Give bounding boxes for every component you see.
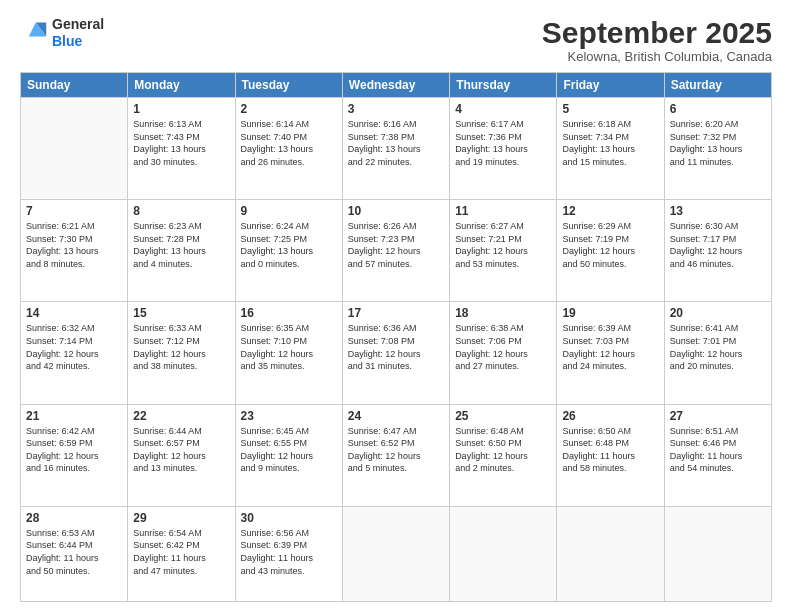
day-number: 18 (455, 306, 551, 320)
day-number: 12 (562, 204, 658, 218)
calendar-cell: 16Sunrise: 6:35 AM Sunset: 7:10 PM Dayli… (235, 302, 342, 404)
day-header-tuesday: Tuesday (235, 73, 342, 98)
calendar-cell: 25Sunrise: 6:48 AM Sunset: 6:50 PM Dayli… (450, 404, 557, 506)
calendar-cell: 15Sunrise: 6:33 AM Sunset: 7:12 PM Dayli… (128, 302, 235, 404)
day-info: Sunrise: 6:53 AM Sunset: 6:44 PM Dayligh… (26, 527, 122, 577)
day-number: 5 (562, 102, 658, 116)
day-info: Sunrise: 6:38 AM Sunset: 7:06 PM Dayligh… (455, 322, 551, 372)
title-section: September 2025 Kelowna, British Columbia… (542, 16, 772, 64)
day-header-thursday: Thursday (450, 73, 557, 98)
day-info: Sunrise: 6:30 AM Sunset: 7:17 PM Dayligh… (670, 220, 766, 270)
calendar-cell (557, 506, 664, 601)
day-header-friday: Friday (557, 73, 664, 98)
week-row-4: 21Sunrise: 6:42 AM Sunset: 6:59 PM Dayli… (21, 404, 772, 506)
day-info: Sunrise: 6:39 AM Sunset: 7:03 PM Dayligh… (562, 322, 658, 372)
day-info: Sunrise: 6:17 AM Sunset: 7:36 PM Dayligh… (455, 118, 551, 168)
calendar-cell (342, 506, 449, 601)
day-number: 1 (133, 102, 229, 116)
day-info: Sunrise: 6:36 AM Sunset: 7:08 PM Dayligh… (348, 322, 444, 372)
calendar-cell: 6Sunrise: 6:20 AM Sunset: 7:32 PM Daylig… (664, 98, 771, 200)
day-number: 24 (348, 409, 444, 423)
calendar-cell: 17Sunrise: 6:36 AM Sunset: 7:08 PM Dayli… (342, 302, 449, 404)
calendar-cell: 19Sunrise: 6:39 AM Sunset: 7:03 PM Dayli… (557, 302, 664, 404)
calendar-cell: 5Sunrise: 6:18 AM Sunset: 7:34 PM Daylig… (557, 98, 664, 200)
day-number: 17 (348, 306, 444, 320)
day-info: Sunrise: 6:24 AM Sunset: 7:25 PM Dayligh… (241, 220, 337, 270)
calendar-cell: 24Sunrise: 6:47 AM Sunset: 6:52 PM Dayli… (342, 404, 449, 506)
day-number: 27 (670, 409, 766, 423)
calendar-cell: 23Sunrise: 6:45 AM Sunset: 6:55 PM Dayli… (235, 404, 342, 506)
day-info: Sunrise: 6:35 AM Sunset: 7:10 PM Dayligh… (241, 322, 337, 372)
day-number: 23 (241, 409, 337, 423)
day-info: Sunrise: 6:14 AM Sunset: 7:40 PM Dayligh… (241, 118, 337, 168)
day-number: 28 (26, 511, 122, 525)
day-header-sunday: Sunday (21, 73, 128, 98)
calendar-cell: 22Sunrise: 6:44 AM Sunset: 6:57 PM Dayli… (128, 404, 235, 506)
day-info: Sunrise: 6:48 AM Sunset: 6:50 PM Dayligh… (455, 425, 551, 475)
day-info: Sunrise: 6:20 AM Sunset: 7:32 PM Dayligh… (670, 118, 766, 168)
day-number: 21 (26, 409, 122, 423)
day-number: 26 (562, 409, 658, 423)
calendar-cell: 29Sunrise: 6:54 AM Sunset: 6:42 PM Dayli… (128, 506, 235, 601)
day-info: Sunrise: 6:32 AM Sunset: 7:14 PM Dayligh… (26, 322, 122, 372)
day-number: 25 (455, 409, 551, 423)
calendar-cell: 2Sunrise: 6:14 AM Sunset: 7:40 PM Daylig… (235, 98, 342, 200)
calendar-cell: 20Sunrise: 6:41 AM Sunset: 7:01 PM Dayli… (664, 302, 771, 404)
week-row-2: 7Sunrise: 6:21 AM Sunset: 7:30 PM Daylig… (21, 200, 772, 302)
calendar-cell: 21Sunrise: 6:42 AM Sunset: 6:59 PM Dayli… (21, 404, 128, 506)
calendar-cell: 13Sunrise: 6:30 AM Sunset: 7:17 PM Dayli… (664, 200, 771, 302)
calendar-cell (21, 98, 128, 200)
calendar-cell: 28Sunrise: 6:53 AM Sunset: 6:44 PM Dayli… (21, 506, 128, 601)
day-number: 30 (241, 511, 337, 525)
calendar-cell: 30Sunrise: 6:56 AM Sunset: 6:39 PM Dayli… (235, 506, 342, 601)
day-info: Sunrise: 6:51 AM Sunset: 6:46 PM Dayligh… (670, 425, 766, 475)
calendar-cell: 14Sunrise: 6:32 AM Sunset: 7:14 PM Dayli… (21, 302, 128, 404)
day-info: Sunrise: 6:26 AM Sunset: 7:23 PM Dayligh… (348, 220, 444, 270)
calendar-cell (450, 506, 557, 601)
calendar-cell: 7Sunrise: 6:21 AM Sunset: 7:30 PM Daylig… (21, 200, 128, 302)
week-row-3: 14Sunrise: 6:32 AM Sunset: 7:14 PM Dayli… (21, 302, 772, 404)
logo-text: General Blue (52, 16, 104, 50)
calendar-cell: 26Sunrise: 6:50 AM Sunset: 6:48 PM Dayli… (557, 404, 664, 506)
day-info: Sunrise: 6:13 AM Sunset: 7:43 PM Dayligh… (133, 118, 229, 168)
header: General Blue September 2025 Kelowna, Bri… (20, 16, 772, 64)
calendar-cell: 18Sunrise: 6:38 AM Sunset: 7:06 PM Dayli… (450, 302, 557, 404)
day-header-monday: Monday (128, 73, 235, 98)
day-info: Sunrise: 6:42 AM Sunset: 6:59 PM Dayligh… (26, 425, 122, 475)
logo-blue: Blue (52, 33, 104, 50)
day-number: 13 (670, 204, 766, 218)
day-header-saturday: Saturday (664, 73, 771, 98)
calendar-cell (664, 506, 771, 601)
calendar-cell: 10Sunrise: 6:26 AM Sunset: 7:23 PM Dayli… (342, 200, 449, 302)
calendar-cell: 1Sunrise: 6:13 AM Sunset: 7:43 PM Daylig… (128, 98, 235, 200)
day-number: 20 (670, 306, 766, 320)
calendar-cell: 8Sunrise: 6:23 AM Sunset: 7:28 PM Daylig… (128, 200, 235, 302)
header-row: SundayMondayTuesdayWednesdayThursdayFrid… (21, 73, 772, 98)
day-info: Sunrise: 6:54 AM Sunset: 6:42 PM Dayligh… (133, 527, 229, 577)
page: General Blue September 2025 Kelowna, Bri… (0, 0, 792, 612)
day-info: Sunrise: 6:27 AM Sunset: 7:21 PM Dayligh… (455, 220, 551, 270)
calendar-cell: 27Sunrise: 6:51 AM Sunset: 6:46 PM Dayli… (664, 404, 771, 506)
location: Kelowna, British Columbia, Canada (542, 49, 772, 64)
day-number: 15 (133, 306, 229, 320)
day-number: 3 (348, 102, 444, 116)
day-number: 22 (133, 409, 229, 423)
day-number: 4 (455, 102, 551, 116)
day-header-wednesday: Wednesday (342, 73, 449, 98)
logo-icon (20, 19, 48, 47)
calendar-cell: 9Sunrise: 6:24 AM Sunset: 7:25 PM Daylig… (235, 200, 342, 302)
day-info: Sunrise: 6:41 AM Sunset: 7:01 PM Dayligh… (670, 322, 766, 372)
day-info: Sunrise: 6:16 AM Sunset: 7:38 PM Dayligh… (348, 118, 444, 168)
calendar-cell: 12Sunrise: 6:29 AM Sunset: 7:19 PM Dayli… (557, 200, 664, 302)
day-number: 6 (670, 102, 766, 116)
logo: General Blue (20, 16, 104, 50)
day-info: Sunrise: 6:29 AM Sunset: 7:19 PM Dayligh… (562, 220, 658, 270)
day-info: Sunrise: 6:33 AM Sunset: 7:12 PM Dayligh… (133, 322, 229, 372)
day-info: Sunrise: 6:18 AM Sunset: 7:34 PM Dayligh… (562, 118, 658, 168)
day-number: 9 (241, 204, 337, 218)
day-number: 16 (241, 306, 337, 320)
day-number: 7 (26, 204, 122, 218)
week-row-5: 28Sunrise: 6:53 AM Sunset: 6:44 PM Dayli… (21, 506, 772, 601)
day-info: Sunrise: 6:50 AM Sunset: 6:48 PM Dayligh… (562, 425, 658, 475)
day-number: 2 (241, 102, 337, 116)
